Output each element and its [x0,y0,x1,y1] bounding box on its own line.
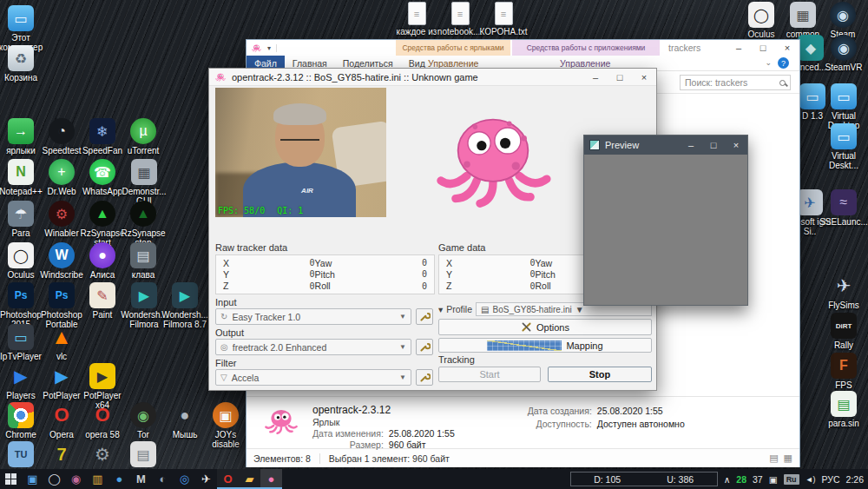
taskbar-icon-gamepad[interactable]: M [130,469,152,489]
modified-value: 25.08.2020 1:55 [389,428,455,439]
file-name: opentrack-2.3.12 [312,404,455,416]
input-select[interactable]: ↻ Easy Tracker 1.0 ▼ [215,308,411,325]
drweb-icon: + [49,159,75,185]
desktop-icon-recycle-bin[interactable]: ♻Корзина [0,45,46,83]
axis-value: 0 [404,258,427,268]
fps-icon: F [831,353,857,379]
desktop: ▭Этот компьютер♻Корзина→ярлыки◔Speedtest… [0,0,868,469]
contextual-tab-application-tools[interactable]: Средства работы с приложениями [512,40,660,56]
details-view-icon[interactable]: ▤ [769,453,778,464]
taskbar-icon-monitor-bars[interactable]: ▥ [87,469,108,489]
minimize-button[interactable]: – [583,72,608,83]
desktop-icon-fps[interactable]: FFPS [819,353,868,390]
maximize-button[interactable]: □ [751,43,775,53]
output-settings-button[interactable] [416,339,433,355]
options-button[interactable]: Options [438,319,652,335]
person-hair [273,103,326,125]
options-label: Options [536,322,569,333]
icon-label: vlc [56,352,67,361]
person-glasses [280,135,319,141]
icon-label: SteamVR [825,63,863,72]
minimize-button[interactable]: – [727,43,751,53]
desktop-icon-demonstr-gui[interactable]: ▦Demonstr... GUI [119,159,169,206]
file-icon: ▤ [481,305,489,314]
close-button[interactable]: × [775,43,799,53]
chevron-down-icon: ▼ [399,343,406,351]
output-select[interactable]: ◎ freetrack 2.0 Enhanced ▼ [215,339,411,355]
size-label: Размер: [312,439,384,450]
search-icon[interactable] [779,80,786,86]
axis-value: 0 [404,269,427,279]
icon-label: Oculus [7,270,34,280]
para-sin-icon: ▤ [831,391,857,417]
maximize-button[interactable]: □ [702,140,725,150]
contextual-tab-shortcut-tools[interactable]: Средства работы с ярлыками [396,40,510,56]
stop-button[interactable]: Stop [548,367,652,382]
tools-icon [521,321,532,333]
taskbar-icon-app-blue[interactable]: ▣ [22,469,43,489]
ribbon-expand-icon[interactable]: ⌄ [765,58,772,67]
quick-access-arrow[interactable]: ▾ [267,44,277,52]
desktop-icon-steamvr[interactable]: ◉SteamVR [819,35,868,72]
axis-row: Z0Roll0 [223,281,427,291]
desktop-icon-sselauncher[interactable]: ≈SSELaunc... [819,189,868,227]
axis-row: Y0Pitch0 [223,269,427,280]
taskbar-icon-opera[interactable]: O [217,469,239,489]
status-bar: Элементов: 8 Выбран 1 элемент: 960 байт … [247,448,799,467]
axis-value: 0 [513,281,536,291]
thumbnail-view-icon[interactable]: ▦ [784,453,792,464]
rally-icon: DiRT [831,313,857,339]
desktop-icon-flysims[interactable]: ✈FlySims [819,273,868,310]
network-icon[interactable]: ▣ [769,474,778,485]
taskbar-icon-swirl[interactable]: ◐ [152,469,174,489]
desktop-icon-rally[interactable]: DiRTRally [819,313,868,350]
mapping-button[interactable]: Mapping [438,338,652,353]
taskbar-icon-disc[interactable]: ◎ [174,469,195,489]
lang-switcher-badge[interactable]: Ru [784,474,799,485]
close-button[interactable]: × [632,72,656,83]
taskbar-icon-opentrack[interactable]: ● [260,469,282,489]
desktop-icon-para-sin[interactable]: ▤para.sin [819,391,868,428]
desktop-icon-virtual-deskt[interactable]: ▭Virtual Deskt... [819,123,868,170]
clock[interactable]: 2:26 [846,474,864,485]
search-box[interactable]: Поиск: trackers [680,75,791,90]
help-button[interactable]: ? [778,57,789,69]
filter-settings-button[interactable] [416,369,433,386]
taskbar-icon-sphere[interactable]: ● [108,469,130,489]
desktop-icon-rzsynapse-stop[interactable]: ▲RzSynapse stop [118,201,168,248]
wrench-icon [419,341,431,353]
speedtest-icon: ◔ [49,118,75,144]
windscribe-icon: W [49,242,75,268]
taskbar-icon-start[interactable] [0,469,22,489]
wrench-icon [419,372,431,383]
close-button[interactable]: × [725,140,747,150]
axis-label: Z [223,281,293,291]
notepad-pp-icon: N [8,159,34,185]
desktop-icon-utorrent[interactable]: µuTorrent [118,118,168,155]
taskbar-icon-viewer[interactable]: ◉ [65,469,87,489]
start-button[interactable]: Start [438,367,541,382]
desktop-icon-klava[interactable]: ▤клава [118,242,168,280]
output-label: Output [215,327,244,338]
desktop-icon-file-korona[interactable]: ≡КОРОНА.txt [478,2,529,36]
taskbar-icon-explorer[interactable]: ▰ [239,469,260,489]
icon-label: КОРОНА.txt [480,27,528,36]
profile-expander-icon[interactable]: ▾ [438,304,443,314]
desktop-icon-filmora-87[interactable]: ▶Wondersh... Filmora 8.7 [160,282,210,329]
rzsynapse-start-icon: ▲ [89,201,115,227]
filmora-87-icon: ▶ [172,282,198,308]
image-icon [589,140,600,150]
desktop-icon-steam[interactable]: ◉Steam [818,2,868,39]
status-divider [319,453,320,464]
taskbar-icon-search[interactable]: ◯ [43,469,65,489]
desktop-icon-vlc[interactable]: ▲vlc [36,324,87,361]
maximize-button[interactable]: □ [608,72,632,83]
desktop-icon-joys-disable[interactable]: ▣JOYs disable [201,402,251,449]
minimize-button[interactable]: – [680,140,702,150]
hidden-icons-chevron[interactable]: ∧ [724,474,731,485]
filter-select[interactable]: ▽ Accela ▼ [215,369,411,386]
taskbar-icon-cursor[interactable]: ✈ [195,469,217,489]
language-indicator[interactable]: РУС [822,474,840,485]
input-settings-button[interactable] [416,308,433,325]
speaker-icon[interactable]: ◄) [806,475,816,484]
